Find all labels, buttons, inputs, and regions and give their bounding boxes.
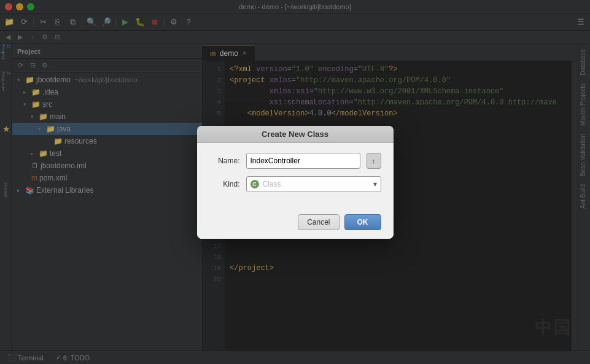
- kind-icon: C: [250, 180, 259, 188]
- dialog-title: Create New Class: [262, 130, 328, 139]
- dialog-name-input[interactable]: [246, 153, 360, 169]
- dialog-kind-label: Kind:: [209, 180, 240, 188]
- dialog-kind-row: Kind: C Class: [209, 176, 381, 192]
- kind-value-label: Class: [263, 180, 281, 188]
- dialog-sort-btn[interactable]: ↕: [367, 153, 381, 169]
- dialog-overlay: Create New Class Name: ↕ Kind: C Class: [0, 0, 590, 364]
- kind-icon-letter: C: [252, 181, 257, 187]
- dialog-body: Name: ↕ Kind: C Class: [197, 143, 394, 209]
- dialog-title-bar: Create New Class: [197, 126, 394, 143]
- dialog-name-label: Name:: [209, 157, 240, 165]
- dialog-ok-btn[interactable]: OK: [344, 214, 381, 230]
- dialog-buttons: Cancel OK: [197, 209, 394, 239]
- create-new-class-dialog: Create New Class Name: ↕ Kind: C Class: [197, 126, 394, 239]
- dialog-kind-select[interactable]: C Class: [246, 176, 381, 192]
- dialog-cancel-btn[interactable]: Cancel: [298, 214, 339, 230]
- dialog-name-row: Name: ↕: [209, 153, 381, 169]
